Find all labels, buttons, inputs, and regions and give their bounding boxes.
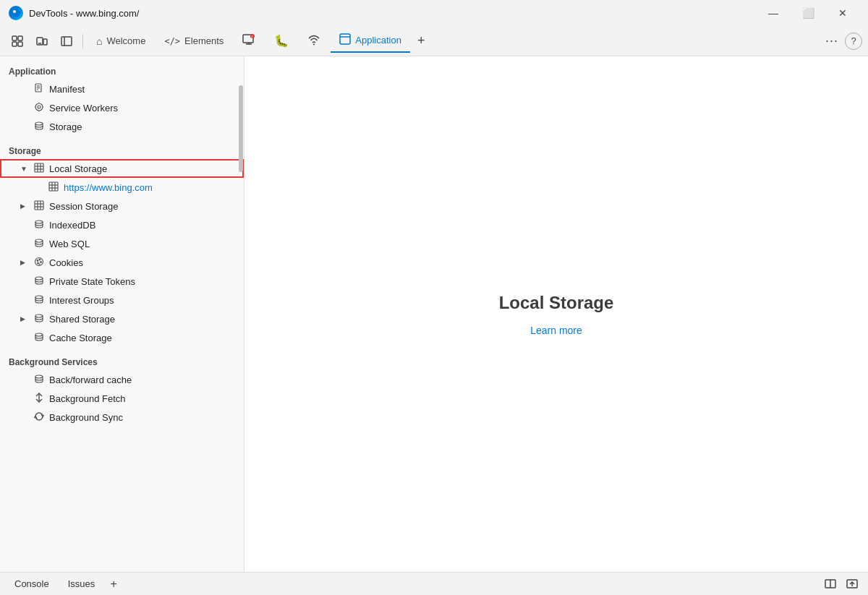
bg-fetch-label: Background Fetch xyxy=(49,393,126,404)
debug-icon: 🐛 xyxy=(274,34,289,48)
bfcache-label: Back/forward cache xyxy=(49,374,132,385)
toolbar-separator-1 xyxy=(82,34,83,48)
toolbar: ⌂ Welcome </> Elements ! 🐛 xyxy=(0,26,868,56)
titlebar-title: DevTools - www.bing.com/ xyxy=(29,8,139,19)
devtools-logo xyxy=(9,6,23,20)
svg-point-23 xyxy=(35,103,43,111)
sidebar-scroll[interactable]: Application Manifest xyxy=(0,56,244,572)
websql-label: Web SQL xyxy=(49,239,90,249)
network-icon: ! xyxy=(242,33,255,48)
manifest-icon xyxy=(33,83,45,95)
more-options-button[interactable]: ··· xyxy=(820,30,843,53)
svg-point-50 xyxy=(41,261,42,262)
sidebar-item-shared-storage[interactable]: ▶ Shared Storage xyxy=(0,309,244,328)
toolbar-device-button[interactable] xyxy=(30,30,54,53)
sidebar-item-bing[interactable]: https://www.bing.com xyxy=(0,178,244,197)
close-button[interactable]: ✕ xyxy=(826,2,859,24)
shared-storage-icon xyxy=(33,313,45,325)
toolbar-sidebar-button[interactable] xyxy=(55,30,78,53)
svg-point-45 xyxy=(35,221,43,223)
sidebar-item-storage[interactable]: Storage xyxy=(0,117,244,136)
session-storage-arrow: ▶ xyxy=(20,202,29,210)
cookies-label: Cookies xyxy=(49,257,83,268)
main-area: Application Manifest xyxy=(0,56,868,572)
manifest-label: Manifest xyxy=(49,84,85,95)
private-state-tokens-icon xyxy=(33,275,45,288)
svg-rect-5 xyxy=(18,42,22,46)
tab-welcome[interactable]: ⌂ Welcome xyxy=(88,30,154,53)
wifi-icon xyxy=(307,33,320,48)
cookies-icon xyxy=(33,257,45,269)
svg-rect-30 xyxy=(35,163,43,172)
maximize-button[interactable]: ⬜ xyxy=(791,2,825,24)
tab-network[interactable]: ! xyxy=(234,30,264,53)
sidebar-item-bg-sync[interactable]: Background Sync xyxy=(0,408,244,427)
bottombar-add-tab[interactable]: + xyxy=(105,575,122,593)
sidebar-item-cookies[interactable]: ▶ Cookies xyxy=(0,253,244,272)
sidebar-item-bfcache[interactable]: Back/forward cache xyxy=(0,370,244,389)
sidebar-item-cache-storage[interactable]: Cache Storage xyxy=(0,328,244,347)
svg-point-55 xyxy=(35,314,43,317)
bottombar-split-button[interactable] xyxy=(820,574,841,594)
sidebar-item-service-workers[interactable]: Service Workers xyxy=(0,98,244,117)
storage-label: Storage xyxy=(49,121,82,132)
tab-welcome-label: Welcome xyxy=(106,35,145,46)
svg-rect-7 xyxy=(43,39,47,45)
websql-icon xyxy=(33,238,45,250)
bottombar-icons xyxy=(820,574,862,594)
svg-point-0 xyxy=(12,9,20,17)
sidebar-item-bg-fetch[interactable]: Background Fetch xyxy=(0,389,244,408)
tab-elements-label: Elements xyxy=(184,35,224,46)
svg-point-56 xyxy=(35,333,43,336)
local-storage-arrow: ▼ xyxy=(20,165,29,173)
bg-fetch-icon xyxy=(33,393,45,405)
svg-rect-35 xyxy=(49,182,58,191)
tab-add[interactable]: + xyxy=(412,30,431,53)
sidebar-item-session-storage[interactable]: ▶ Session Storage xyxy=(0,197,244,215)
svg-point-57 xyxy=(35,375,43,378)
bottombar-expand-button[interactable] xyxy=(842,574,862,594)
service-workers-label: Service Workers xyxy=(49,103,118,114)
tab-elements[interactable]: </> Elements xyxy=(156,30,232,53)
svg-point-49 xyxy=(39,259,41,260)
svg-rect-9 xyxy=(61,37,72,46)
tab-wifi[interactable] xyxy=(299,30,329,53)
svg-point-46 xyxy=(35,239,43,242)
bfcache-icon xyxy=(33,374,45,386)
bottombar-tab-console[interactable]: Console xyxy=(6,574,58,594)
bing-storage-icon xyxy=(48,181,59,194)
svg-rect-40 xyxy=(35,201,43,210)
interest-groups-label: Interest Groups xyxy=(49,295,114,306)
bottombar: Console Issues + xyxy=(0,572,868,595)
indexeddb-icon xyxy=(33,219,45,231)
tab-application[interactable]: Application xyxy=(331,30,410,53)
titlebar: DevTools - www.bing.com/ — ⬜ ✕ xyxy=(0,0,868,26)
local-storage-icon xyxy=(33,163,45,175)
svg-point-54 xyxy=(35,296,43,299)
sidebar-item-indexeddb[interactable]: IndexedDB xyxy=(0,215,244,234)
bg-sync-icon xyxy=(33,411,45,424)
home-icon: ⌂ xyxy=(96,35,102,47)
svg-rect-17 xyxy=(340,34,350,44)
elements-icon: </> xyxy=(164,36,180,46)
sidebar-item-websql[interactable]: Web SQL xyxy=(0,234,244,253)
learn-more-link[interactable]: Learn more xyxy=(530,325,582,336)
toolbar-inspect-button[interactable] xyxy=(6,30,29,53)
sidebar-item-manifest[interactable]: Manifest xyxy=(0,80,244,98)
bottombar-tab-issues[interactable]: Issues xyxy=(59,574,104,594)
indexeddb-label: IndexedDB xyxy=(49,220,95,231)
section-header-bg-services: Background Services xyxy=(0,353,244,370)
private-state-tokens-label: Private State Tokens xyxy=(49,276,135,287)
svg-point-24 xyxy=(38,106,41,108)
shared-storage-arrow: ▶ xyxy=(20,315,29,322)
help-button[interactable]: ? xyxy=(845,33,862,50)
sidebar-item-local-storage[interactable]: ▼ Local Storage xyxy=(0,159,244,178)
sidebar-item-interest-groups[interactable]: Interest Groups xyxy=(0,291,244,309)
application-icon xyxy=(339,33,351,47)
cache-storage-label: Cache Storage xyxy=(49,333,112,343)
sidebar-item-private-state-tokens[interactable]: Private State Tokens xyxy=(0,272,244,291)
titlebar-controls: — ⬜ ✕ xyxy=(757,2,859,24)
tab-debug[interactable]: 🐛 xyxy=(265,30,297,53)
minimize-button[interactable]: — xyxy=(757,2,790,24)
svg-point-52 xyxy=(39,264,40,265)
